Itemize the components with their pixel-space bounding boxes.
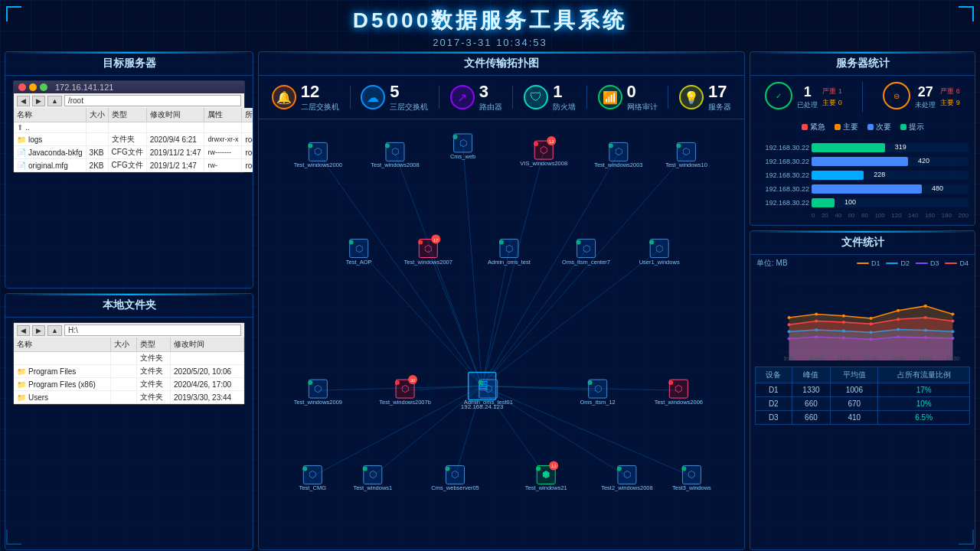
sfm-name-1: 📁logs [14, 133, 86, 146]
unprocessed-severe: 严重 6 [940, 86, 960, 96]
lfm-row-1[interactable]: 📁Program Files 文件夹 2020/5/20, 10:06 [14, 365, 244, 378]
lfm-row-2[interactable]: 📁Program Files (x86) 文件夹 2020/4/26, 17:0… [14, 378, 244, 391]
local-forward-btn[interactable]: ▶ [32, 325, 45, 336]
svg-point-127 [788, 316, 791, 319]
svg-text:⬡: ⬡ [355, 243, 363, 254]
stat-value-0: 12 [301, 82, 339, 102]
path-field[interactable]: /root [64, 95, 241, 106]
stat-item-0: 🔔 12 二层交换机 [272, 82, 339, 112]
lfm-name-2: 📁Program Files (x86) [14, 378, 111, 391]
server-row-2[interactable]: 📄Javaconda-bkfg 3KB CFG文件 2019/11/2 1:47… [14, 146, 253, 159]
lfm-row-3[interactable]: 📁Users 文件夹 2019/3/30, 23:44 [14, 391, 244, 404]
local-up-btn[interactable]: ▲ [47, 325, 62, 336]
processed-circle: ✓ [765, 82, 792, 109]
sfm-owner-3: root [242, 159, 253, 172]
node-10[interactable]: ⬡User1_windows [639, 240, 680, 266]
bar-row-4: 192.168.30.22 100 [812, 198, 969, 207]
stats-row-1: D266067010% [756, 397, 970, 411]
node-15[interactable]: ⬡Test_windows2006 [655, 380, 703, 406]
svg-text:⬡: ⬡ [623, 469, 631, 480]
local-files-title: 本地文件夹 [5, 294, 253, 318]
server-row-3[interactable]: 📄original.mfg 2KB CFG文件 2019/1/2 1:47 rw… [14, 159, 253, 172]
bar-fill-0: 319 [812, 143, 885, 152]
node-1[interactable]: ⬡Test_windows2008 [371, 142, 419, 168]
back-btn[interactable]: ◀ [17, 96, 30, 106]
processed-main: 主要 0 [822, 98, 842, 108]
local-path-field[interactable]: H:\ [64, 324, 241, 336]
stats-table-container: 设备峰值平均值占所有流量比例D11330100617%D266067010%D3… [750, 364, 975, 428]
stats-cell-1-0: D2 [756, 397, 792, 411]
min-btn[interactable] [29, 83, 37, 91]
sfm-attr-1: drwxr-xr-x [204, 133, 242, 146]
stat-icon-5: 💡 [679, 85, 704, 109]
node-9[interactable]: ⬡Oms_itsm_center7 [562, 240, 610, 266]
node-12[interactable]: ⬡30Test_windows2007b [379, 375, 431, 406]
stat-divider-1 [439, 86, 439, 109]
sfm-attr-3: rw- [204, 159, 242, 172]
lcol-time: 修改时间 [171, 337, 244, 352]
svg-text:Oms_itsm_12: Oms_itsm_12 [580, 399, 616, 406]
node-14[interactable]: ⬡Oms_itsm_12 [580, 380, 616, 406]
col-time: 修改时间 [146, 108, 204, 122]
file-legend-line-0 [857, 262, 869, 264]
svg-point-151 [788, 323, 791, 326]
node-8[interactable]: ⬡Admin_oms_test [488, 240, 531, 266]
node-3[interactable]: ⬡12VIS_windows2008 [520, 136, 567, 167]
lfm-row-0[interactable]: 文件夹 [14, 352, 244, 365]
node-19[interactable]: ⬢13Test_windows21 [525, 461, 567, 491]
svg-text:⬡: ⬡ [675, 383, 682, 394]
node-18[interactable]: ⬡Cms_webserver05 [431, 465, 479, 491]
svg-text:17: 17 [433, 238, 439, 243]
left-panel: 目标服务器 172.16.141.121 ◀ ▶ ▲ /root [5, 51, 253, 550]
close-btn[interactable] [18, 83, 26, 91]
processed-stat: ✓ 1 已处理 严重 1 主要 0 [765, 82, 842, 112]
node-6[interactable]: ⬡Test_AOP [346, 240, 372, 266]
stat-value-1: 5 [390, 82, 428, 102]
lfm-type-2: 文件夹 [136, 378, 170, 391]
legend-item-1: 主要 [835, 122, 858, 132]
svg-text:⬡: ⬡ [615, 146, 622, 157]
server-row-0[interactable]: ⬆.. [14, 122, 253, 133]
svg-text:Test_AOP: Test_AOP [346, 259, 372, 266]
legend-item-0: 紧急 [802, 122, 825, 132]
svg-text:Test_windows2000: Test_windows2000 [294, 161, 342, 168]
stat-divider-3 [586, 86, 587, 109]
processed-badges: 严重 1 主要 0 [822, 86, 842, 108]
svg-text:Test_CMG: Test_CMG [299, 484, 327, 491]
max-btn[interactable] [40, 83, 47, 91]
legend-dot-1 [835, 124, 841, 130]
svg-text:Test_windows10: Test_windows10 [665, 161, 707, 168]
bar-label-2: 192.168.30.22 [752, 171, 809, 179]
node-2[interactable]: ⬡Cms_web [450, 134, 475, 160]
node-21[interactable]: ⬡Test3_windows [672, 465, 711, 491]
file-legend-item-3: D4 [945, 259, 969, 267]
up-btn[interactable]: ▲ [47, 96, 62, 106]
svg-text:15:00: 15:00 [946, 356, 960, 360]
node-20[interactable]: ⬡Test2_windows2008 [601, 465, 653, 491]
server-row-1[interactable]: 📁logs 文件夹 2020/9/4 6:21 drwxr-xr-x root [14, 133, 253, 146]
node-11[interactable]: ⬡Test_windows2009 [294, 380, 342, 406]
file-legend-item-0: D1 [857, 259, 880, 267]
node-0[interactable]: ⬡Test_windows2000 [294, 142, 342, 168]
svg-line-2 [463, 145, 482, 386]
bar-val-3: 480 [932, 184, 943, 192]
node-17[interactable]: ⬡Test_windows1 [353, 465, 392, 491]
line-chart-svg: 9:0010:0011:0012:0013:0014:0015:00 [773, 275, 969, 360]
svg-text:⬡: ⬡ [540, 145, 547, 155]
bar-fill-3: 480 [812, 184, 922, 194]
svg-text:User1_windows: User1_windows [639, 259, 680, 266]
node-7[interactable]: ⬡17Test_windows2007 [404, 235, 452, 266]
server-monitor-panel: 服务器统计 ✓ 1 已处理 严重 1 主要 0 [750, 51, 975, 226]
svg-text:⬡: ⬡ [583, 243, 590, 254]
stats-table: 设备峰值平均值占所有流量比例D11330100617%D266067010%D3… [755, 367, 970, 425]
sfm-size-1 [86, 133, 108, 146]
sfm-name-0: ⬆.. [14, 122, 86, 133]
local-back-btn[interactable]: ◀ [17, 325, 30, 336]
bar-label-4: 192.168.30.22 [752, 199, 809, 207]
sfm-time-3: 2019/1/2 1:47 [146, 159, 204, 172]
forward-btn[interactable]: ▶ [32, 96, 45, 106]
target-server-fm: 172.16.141.121 ◀ ▶ ▲ /root 名称 大小 [13, 80, 245, 173]
node-4[interactable]: ⬡Test_windows2003 [594, 142, 642, 168]
node-16[interactable]: ⬡Test_CMG [299, 465, 327, 491]
node-5[interactable]: ⬡Test_windows10 [665, 142, 707, 168]
